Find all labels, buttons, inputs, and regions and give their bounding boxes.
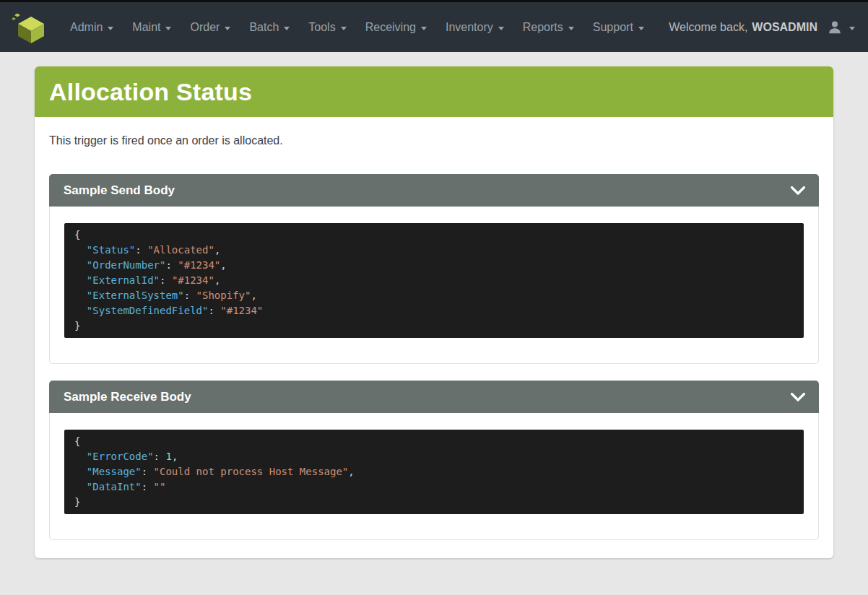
navbar-user-area: Welcome back, WOSADMIN	[669, 19, 855, 35]
nav-item-label: Tools	[308, 21, 335, 34]
page-title: Allocation Status	[49, 78, 252, 106]
nav-item-tools[interactable]: Tools	[299, 21, 355, 34]
caret-down-icon	[108, 27, 113, 30]
nav-item-label: Order	[190, 21, 220, 34]
nav-item-receiving[interactable]: Receiving	[356, 21, 436, 34]
nav-item-order[interactable]: Order	[181, 21, 240, 34]
nav-item-label: Admin	[70, 21, 103, 34]
nav-item-admin[interactable]: Admin	[61, 21, 123, 34]
panel-sample-receive-body: Sample Receive Body { "ErrorCode": 1, "M…	[49, 381, 819, 540]
caret-down-icon	[225, 27, 230, 30]
nav-item-label: Reports	[523, 21, 563, 34]
caret-down-icon	[849, 27, 855, 30]
chevron-down-icon	[790, 186, 806, 196]
nav-item-inventory[interactable]: Inventory	[436, 21, 513, 34]
user-menu[interactable]	[827, 19, 855, 35]
code-line: "Status": "Allocated",	[74, 243, 794, 258]
code-line: {	[74, 434, 794, 449]
nav-item-label: Receiving	[365, 21, 416, 34]
caret-down-icon	[341, 27, 347, 30]
panel-header-sample-receive-body[interactable]: Sample Receive Body	[49, 381, 819, 413]
app-logo[interactable]	[12, 9, 46, 46]
nav-item-maint[interactable]: Maint	[123, 21, 181, 34]
page-description: This trigger is fired once an order is a…	[49, 134, 819, 147]
nav-menu: Admin Maint Order Batch Tools Receiving …	[61, 21, 669, 34]
main-card: Allocation Status This trigger is fired …	[35, 66, 833, 558]
nav-item-batch[interactable]: Batch	[240, 21, 299, 34]
caret-down-icon	[638, 27, 644, 30]
code-line: {	[74, 227, 794, 243]
caret-down-icon	[421, 27, 427, 30]
panel-title: Sample Receive Body	[49, 390, 790, 404]
nav-item-reports[interactable]: Reports	[513, 21, 583, 34]
code-line: "ExternalSystem": "Shopify",	[74, 288, 794, 303]
panel-title: Sample Send Body	[49, 183, 790, 198]
panel-body: { "Status": "Allocated", "OrderNumber": …	[49, 207, 819, 364]
caret-down-icon	[284, 27, 290, 30]
code-line: "SystemDefinedField": "#1234"	[74, 303, 794, 318]
caret-down-icon	[568, 27, 574, 30]
card-body: This trigger is fired once an order is a…	[35, 117, 833, 558]
nav-item-support[interactable]: Support	[583, 21, 654, 34]
code-block-receive: { "ErrorCode": 1, "Message": "Could not …	[64, 430, 804, 514]
panel-sample-send-body: Sample Send Body { "Status": "Allocated"…	[49, 174, 819, 364]
user-icon	[827, 19, 843, 35]
welcome-text: Welcome back,	[669, 21, 747, 34]
nav-item-label: Support	[593, 21, 633, 34]
code-line: "DataInt": ""	[74, 479, 794, 495]
chevron-down-icon	[790, 392, 806, 402]
caret-down-icon	[165, 27, 171, 30]
panel-body: { "ErrorCode": 1, "Message": "Could not …	[49, 413, 819, 540]
nav-item-label: Inventory	[446, 21, 493, 34]
username-text: WOSADMIN	[752, 21, 817, 34]
page-header: Allocation Status	[35, 66, 833, 117]
caret-down-icon	[498, 27, 504, 30]
green-cube-logo-icon	[12, 9, 46, 46]
code-block-send: { "Status": "Allocated", "OrderNumber": …	[64, 223, 804, 338]
panel-header-sample-send-body[interactable]: Sample Send Body	[49, 174, 819, 207]
top-navbar: Admin Maint Order Batch Tools Receiving …	[0, 2, 868, 52]
code-line: }	[74, 495, 794, 510]
nav-item-label: Maint	[132, 21, 160, 34]
code-line: "ExternalId": "#1234",	[74, 273, 794, 288]
code-line: "ErrorCode": 1,	[74, 449, 794, 464]
code-line: "Message": "Could not process Host Messa…	[74, 464, 794, 479]
code-line: "OrderNumber": "#1234",	[74, 258, 794, 273]
code-line: }	[74, 318, 794, 334]
nav-item-label: Batch	[249, 21, 279, 34]
